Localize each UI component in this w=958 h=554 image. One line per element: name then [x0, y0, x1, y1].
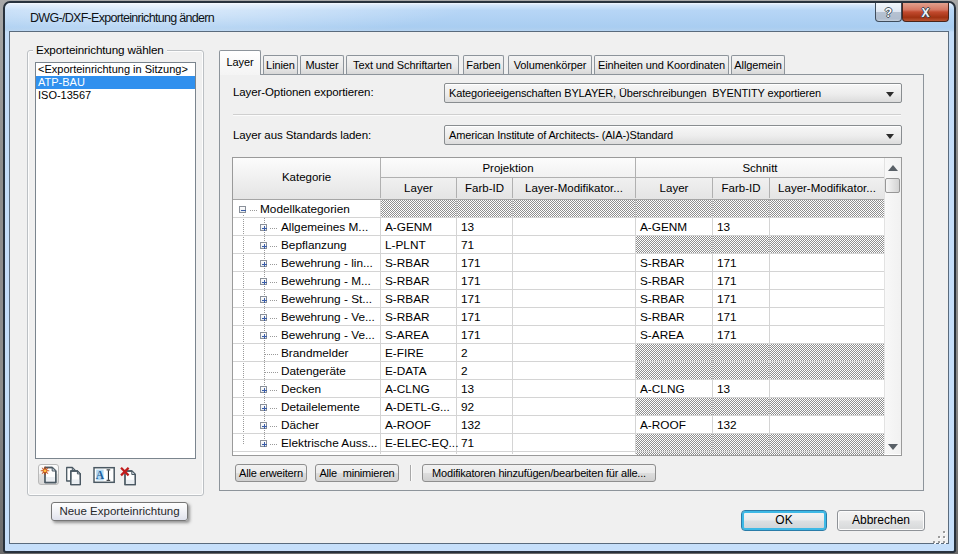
svg-text:A: A	[96, 469, 105, 481]
